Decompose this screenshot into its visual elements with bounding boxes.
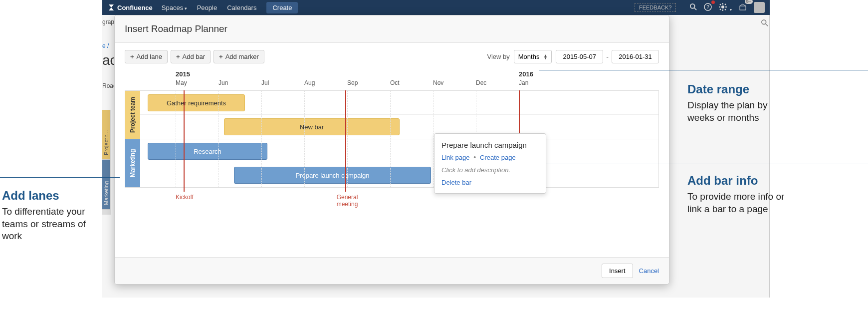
svg-rect-13 [740,6,746,10]
nav-people[interactable]: People [197,4,217,11]
insert-button[interactable]: Insert [602,264,633,278]
popover-description[interactable]: Click to add description. [441,166,539,174]
marker-meeting-line[interactable] [345,90,346,192]
cancel-button[interactable]: Cancel [639,267,659,275]
nav-calendars[interactable]: Calendars [227,4,256,11]
add-marker-button[interactable]: +Add marker [214,50,264,63]
year-label-2015: 2015 [176,70,190,78]
nav-spaces[interactable]: Spaces [162,4,187,11]
popover-create-page[interactable]: Create page [480,154,516,161]
annotation-barinfo-text: To provide more info or link a bar to a … [687,191,787,215]
popover-title: Prepare launch campaign [441,141,539,149]
annotation-barinfo: Add bar info To provide more info or lin… [687,174,787,215]
popover-separator: • [473,153,476,161]
notifications-icon[interactable]: 9+ [739,3,747,12]
add-lane-button[interactable]: +Add lane [125,50,168,63]
month-jul: Jul [261,79,269,86]
settings-icon[interactable]: ▾ [719,3,732,12]
date-to-input[interactable] [612,50,659,63]
brand-text: Confluence [117,4,153,11]
add-lane-label: Add lane [137,53,162,60]
month-jun: Jun [218,79,228,86]
date-dash: - [606,53,609,61]
lane-header-project[interactable]: Project team [125,91,140,139]
lane-header-marketing[interactable]: Marketing [125,139,140,187]
bar-new-bar[interactable]: New bar [224,118,400,135]
annotation-lanes-text: To differentiate your teams or streams o… [2,206,97,243]
secondary-search-icon[interactable] [761,19,768,28]
svg-point-0 [690,3,695,8]
marker-kickoff-line[interactable] [184,90,185,192]
feedback-button[interactable]: FEEDBACK? [635,3,676,12]
ghost-grap: grap [102,18,114,25]
help-icon[interactable]: ? [704,3,712,12]
view-by-select[interactable]: Months ▲▼ [514,50,552,63]
annotation-lanes-line [0,177,120,178]
select-caret-icon: ▲▼ [543,54,547,59]
annotation-daterange-title: Date range [687,82,787,96]
top-nav: Confluence Spaces People Calendars Creat… [102,0,770,15]
month-jan: Jan [519,79,528,86]
svg-line-1 [694,7,696,9]
year-label-2016: 2016 [519,70,533,78]
month-oct: Oct [390,79,400,86]
month-sep: Sep [347,79,358,86]
add-bar-button[interactable]: +Add bar [171,50,211,63]
modal-title: Insert Roadmap Planner [115,15,669,43]
bar-prepare-launch[interactable]: Prepare launch campaign [234,167,431,184]
annotation-lanes-title: Add lanes [2,189,97,203]
modal-toolbar: +Add lane +Add bar +Add marker View by M… [115,43,669,70]
month-nov: Nov [433,79,443,86]
bar-gather-requirements[interactable]: Gather requirements [148,94,245,111]
svg-point-14 [762,20,766,24]
svg-line-11 [720,9,721,10]
ghost-vtab-project: Project t… [102,110,110,160]
date-from-input[interactable] [556,50,603,63]
svg-line-9 [720,4,721,5]
lane-marketing: Marketing Research Prepare launch campai… [125,139,658,187]
ghost-vtab-marketing: Marketing [102,160,110,210]
brand-logo[interactable]: Confluence [107,3,153,11]
roadmap-modal: Insert Roadmap Planner +Add lane +Add ba… [114,15,669,285]
view-by-value: Months [518,53,540,60]
annotation-daterange-line [539,70,868,70]
modal-footer: Insert Cancel [115,257,669,284]
marker-kickoff-label: Kickoff [175,194,195,201]
time-axis: 2015 2016 May Jun Jul Aug Sep Oct Nov De… [140,70,659,89]
annotation-barinfo-line [532,164,868,164]
bar-popover: Prepare launch campaign Link page • Crea… [434,133,546,194]
month-may: May [176,79,187,86]
nav-create-button[interactable]: Create [266,2,298,13]
notif-count: 9+ [745,0,753,4]
lanes-container: Project team Gather requirements New bar… [125,90,659,188]
marker-meeting-label: General meeting [333,194,361,208]
svg-point-4 [721,5,724,8]
add-marker-label: Add marker [225,53,259,60]
add-bar-label: Add bar [183,53,206,60]
lane-project-team: Project team Gather requirements New bar [125,91,658,139]
svg-line-15 [766,24,768,26]
view-by-label: View by [487,53,509,60]
annotation-daterange: Date range Display the plan by weeks or … [687,82,787,124]
bar-research[interactable]: Research [148,143,267,160]
annotation-daterange-text: Display the plan by weeks or months [687,99,787,124]
breadcrumb: e / [102,42,109,49]
svg-line-12 [725,4,726,5]
popover-link-page[interactable]: Link page [441,154,469,161]
svg-text:?: ? [707,4,710,10]
annotation-barinfo-title: Add bar info [687,174,787,188]
user-avatar[interactable] [754,2,765,13]
month-aug: Aug [304,79,315,86]
annotation-lanes: Add lanes To differentiate your teams or… [2,189,97,243]
popover-delete-bar[interactable]: Delete bar [441,179,539,186]
search-icon[interactable] [690,3,697,12]
month-dec: Dec [476,79,486,86]
planner-canvas: 2015 2016 May Jun Jul Aug Sep Oct Nov De… [125,70,659,252]
svg-line-10 [725,9,726,10]
